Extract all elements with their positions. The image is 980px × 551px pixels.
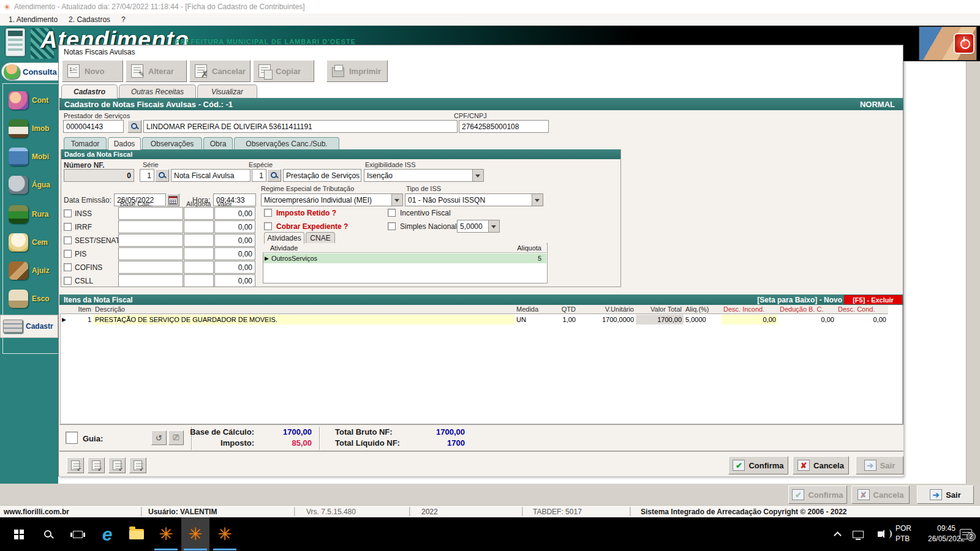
fiorilli-app-2-button[interactable]: ✳: [181, 517, 209, 551]
menu-cadastros[interactable]: 2. Cadastros: [66, 15, 113, 24]
tipo-iss-select[interactable]: 01 - Não Possui ISSQN: [405, 193, 543, 206]
outer-cancela-button[interactable]: Cancela: [851, 485, 910, 504]
especie-desc-input[interactable]: Prestação de Serviços: [283, 169, 361, 182]
fiorilli-app-1-button[interactable]: ✳: [152, 517, 180, 551]
internet-explorer-button[interactable]: e: [93, 517, 121, 551]
taskbar-search-button[interactable]: [34, 517, 62, 551]
irrf-aliq-input[interactable]: [184, 220, 214, 233]
confirma-button[interactable]: Confirma: [728, 456, 788, 474]
sest-base-input[interactable]: [118, 234, 183, 247]
tab-cadastro[interactable]: Cadastro: [61, 84, 118, 99]
sest-checkbox[interactable]: [64, 236, 72, 244]
serie-desc-input[interactable]: Nota Fiscal Avulsa: [171, 169, 251, 182]
csll-checkbox[interactable]: [64, 277, 72, 285]
alterar-button[interactable]: Alterar: [126, 60, 187, 82]
inss-aliq-input[interactable]: [184, 207, 214, 220]
cofins-base-input[interactable]: [118, 261, 183, 274]
irrf-base-input[interactable]: [118, 220, 183, 233]
irrf-valor-input[interactable]: 0,00: [214, 220, 255, 233]
menu-help[interactable]: ?: [119, 15, 128, 24]
sair-button[interactable]: Sair: [856, 456, 903, 474]
simples-nacional-label: Simples Nacional: [400, 222, 457, 231]
especie-input[interactable]: 1: [252, 169, 266, 182]
menu-atendimento[interactable]: 1. Atendimento: [6, 15, 60, 24]
row-marker-icon: ▶: [265, 255, 269, 261]
tray-expand-button[interactable]: [828, 517, 846, 551]
imposto-retido-checkbox[interactable]: [264, 209, 272, 217]
serie-search-button[interactable]: [155, 169, 169, 182]
regime-select[interactable]: Microempresário Individual (MEI): [261, 193, 403, 206]
windows-icon: [14, 530, 24, 539]
notification-center-button[interactable]: 2: [954, 517, 978, 551]
imprimir-button[interactable]: Imprimir: [326, 60, 388, 82]
itens-grid-header: Item Descrição Medida QTD V.Unitário Val…: [60, 305, 888, 314]
prestador-name-input[interactable]: LINDOMAR PEREIRA DE OLIVEIRA 53611411191: [143, 120, 458, 133]
inss-valor-input[interactable]: 0,00: [214, 207, 255, 220]
outer-sair-button[interactable]: Sair: [917, 485, 974, 504]
especie-search-button[interactable]: [267, 169, 281, 182]
item-row[interactable]: ▶ 1 PRESTAÇÃO DE SERVIÇO DE GUARDADOR DE…: [60, 315, 888, 324]
cofins-aliq-input[interactable]: [184, 261, 214, 274]
serie-input[interactable]: 1: [140, 169, 154, 182]
atividade-row[interactable]: ▶ OutrosServiços 5: [263, 253, 546, 263]
nav-first-button[interactable]: [67, 457, 84, 473]
csll-aliq-input[interactable]: [184, 274, 214, 287]
cancelar-button[interactable]: Cancelar: [189, 60, 251, 82]
data-emissao-label: Data Emissão:: [64, 196, 111, 204]
power-button-icon[interactable]: [954, 33, 974, 54]
cofins-valor-input[interactable]: 0,00: [214, 261, 255, 274]
tab-observacoes[interactable]: Observações: [142, 137, 202, 150]
numero-nf-input[interactable]: 0: [64, 169, 134, 182]
tab-cnae[interactable]: CNAE: [306, 232, 335, 244]
outer-confirma-button[interactable]: Confirma: [788, 485, 847, 504]
fiorilli-app-3-button[interactable]: ✳: [211, 517, 239, 551]
tab-atividades[interactable]: Atividades: [264, 232, 304, 244]
tab-observacoes-canc[interactable]: Observações Canc./Sub.: [234, 137, 339, 150]
novo-button[interactable]: Novo: [62, 60, 123, 82]
start-button[interactable]: [5, 517, 33, 551]
file-explorer-button[interactable]: [123, 517, 151, 551]
volume-tray-button[interactable]: [869, 517, 891, 551]
csll-base-input[interactable]: [118, 274, 183, 287]
cobrar-expediente-checkbox[interactable]: [264, 222, 272, 230]
simples-nacional-checkbox[interactable]: [388, 222, 396, 230]
tab-tomador[interactable]: Tomador: [64, 137, 107, 150]
pis-valor-input[interactable]: 0,00: [214, 247, 255, 260]
csll-valor-input[interactable]: 0,00: [214, 274, 255, 287]
irrf-checkbox[interactable]: [64, 223, 72, 231]
simples-valor-select[interactable]: 5,0000: [457, 220, 500, 233]
prestador-search-button[interactable]: [127, 120, 141, 133]
cpf-cnpj-input[interactable]: 27642585000108: [459, 120, 549, 133]
guia-checkbox[interactable]: [66, 432, 78, 444]
nav-prev-button[interactable]: [88, 457, 105, 473]
network-tray-button[interactable]: [848, 517, 868, 551]
sidebar-item-cadastro[interactable]: Cadastr: [0, 315, 58, 338]
task-view-button[interactable]: [64, 517, 92, 551]
prestador-code-input[interactable]: 000004143: [63, 120, 124, 133]
incentivo-fiscal-checkbox[interactable]: [388, 209, 396, 217]
sest-valor-input[interactable]: 0,00: [214, 234, 255, 247]
cancela-button[interactable]: Cancela: [793, 456, 849, 474]
tab-outras-receitas[interactable]: Outras Receitas: [119, 84, 196, 99]
pis-base-input[interactable]: [118, 247, 183, 260]
copiar-button[interactable]: Copiar: [253, 60, 314, 82]
nav-next-button[interactable]: [108, 457, 126, 473]
inss-base-input[interactable]: [118, 207, 183, 220]
summary-bar: Guia: ↺ ⎚ Base de Cálculo: 1700,00 Impos…: [59, 424, 903, 451]
pis-aliq-input[interactable]: [184, 247, 214, 260]
edit-pencil-icon: [131, 64, 143, 78]
inss-checkbox[interactable]: [64, 209, 72, 217]
sest-aliq-input[interactable]: [184, 234, 214, 247]
sidebar-item-consulta[interactable]: Consulta: [1, 62, 60, 81]
tab-obra[interactable]: Obra: [203, 137, 233, 150]
tab-dados[interactable]: Dados: [108, 137, 141, 150]
x-icon: [797, 460, 810, 471]
cofins-checkbox[interactable]: [64, 263, 72, 271]
exigibilidade-select[interactable]: Isenção: [364, 169, 484, 182]
pis-checkbox[interactable]: [64, 250, 72, 258]
tab-visualizar[interactable]: Visualizar: [197, 84, 257, 99]
nav-last-button[interactable]: [129, 457, 146, 473]
cpf-cnpj-label: CPF/CNPJ: [454, 112, 487, 119]
network-icon: [853, 531, 864, 538]
calendar-button[interactable]: [167, 193, 179, 206]
